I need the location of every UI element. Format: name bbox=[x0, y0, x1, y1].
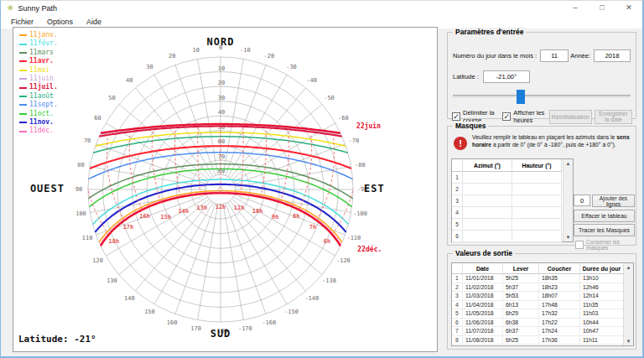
coucher-cell[interactable]: 17h48 bbox=[539, 301, 580, 310]
row-number[interactable]: 3 bbox=[452, 292, 463, 301]
hauteur-cell[interactable] bbox=[512, 219, 562, 231]
show-hours-checkbox[interactable]: ✓ bbox=[502, 112, 511, 121]
add-rows-count-input[interactable] bbox=[574, 195, 590, 206]
scroll-up-icon[interactable]: ▲ bbox=[564, 159, 573, 168]
coucher-cell[interactable]: 17h22 bbox=[539, 319, 580, 328]
duree-cell[interactable]: 10h47 bbox=[580, 327, 624, 336]
azimut-cell[interactable] bbox=[463, 172, 512, 184]
maximize-button[interactable]: □ bbox=[589, 1, 615, 15]
legend-item: 11juil. bbox=[19, 83, 58, 91]
coucher-cell[interactable]: 18h23 bbox=[539, 283, 580, 293]
duree-cell[interactable]: 11h11 bbox=[580, 336, 624, 345]
azimut-cell[interactable] bbox=[463, 207, 512, 219]
column-header[interactable]: Hauteur (°) bbox=[512, 159, 562, 172]
lever-cell[interactable]: 6h37 bbox=[503, 327, 539, 336]
group-title: Valeurs de sortie bbox=[453, 249, 515, 257]
duree-cell[interactable]: 10h44 bbox=[580, 319, 624, 328]
output-table[interactable]: DateLeverCoucherDurée du jour111/01/2018… bbox=[451, 262, 634, 346]
output-table-scrollbar[interactable]: ▲ ▼ bbox=[623, 263, 633, 345]
trace-masks-button[interactable]: Tracer les Masques bbox=[574, 224, 635, 236]
hauteur-cell[interactable] bbox=[512, 195, 562, 207]
latitude-caption: Latitude: -21° bbox=[18, 334, 96, 345]
row-number[interactable]: 3 bbox=[452, 195, 463, 207]
row-number[interactable]: 2 bbox=[452, 283, 463, 293]
row-number[interactable]: 6 bbox=[452, 319, 463, 328]
duree-cell[interactable]: 12h14 bbox=[580, 292, 624, 301]
date-cell[interactable]: 11/07/2018 bbox=[463, 327, 503, 336]
legend-label: 11oct. bbox=[29, 110, 54, 118]
hauteur-cell[interactable] bbox=[512, 231, 562, 242]
azimut-cell[interactable] bbox=[463, 195, 512, 207]
date-cell[interactable]: 11/06/2018 bbox=[463, 319, 503, 328]
svg-text:20: 20 bbox=[169, 53, 175, 60]
row-number[interactable]: 1 bbox=[452, 274, 463, 283]
column-header[interactable]: Azimut (°) bbox=[463, 159, 512, 172]
add-rows-button[interactable]: Ajouter des lignes bbox=[592, 195, 635, 207]
row-number[interactable]: 4 bbox=[452, 301, 463, 310]
row-number[interactable]: 2 bbox=[452, 184, 463, 195]
coucher-cell[interactable]: 18h35 bbox=[539, 274, 580, 283]
year-input[interactable] bbox=[594, 49, 631, 62]
lever-cell[interactable]: 6h25 bbox=[503, 336, 539, 345]
date-cell[interactable]: 11/05/2018 bbox=[463, 309, 503, 319]
azimut-cell[interactable] bbox=[463, 231, 512, 242]
row-number[interactable]: 4 bbox=[452, 207, 463, 219]
hauteur-cell[interactable] bbox=[512, 172, 562, 184]
duree-cell[interactable]: 12h46 bbox=[580, 283, 624, 293]
day-input[interactable] bbox=[540, 49, 569, 62]
date-cell[interactable]: 11/08/2018 bbox=[463, 336, 503, 345]
slider-handle[interactable] bbox=[517, 90, 525, 104]
lever-cell[interactable]: 5h37 bbox=[503, 283, 539, 293]
coucher-cell[interactable]: 17h32 bbox=[539, 309, 580, 319]
azimut-cell[interactable] bbox=[463, 219, 512, 231]
lever-cell[interactable]: 6h29 bbox=[503, 309, 539, 319]
date-cell[interactable]: 11/01/2018 bbox=[463, 274, 503, 283]
column-header[interactable]: Date bbox=[463, 263, 503, 274]
scroll-down-icon[interactable]: ▼ bbox=[624, 337, 633, 345]
column-header[interactable]: Coucher bbox=[539, 263, 580, 274]
clear-table-button[interactable]: Effacer le tableau bbox=[574, 210, 635, 222]
azimut-cell[interactable] bbox=[463, 184, 512, 195]
close-button[interactable]: ✕ bbox=[615, 1, 642, 15]
minimize-button[interactable]: – bbox=[562, 1, 589, 15]
coucher-cell[interactable]: 18h07 bbox=[539, 292, 580, 301]
lever-cell[interactable]: 5h25 bbox=[503, 274, 539, 283]
latitude-input[interactable] bbox=[483, 70, 530, 83]
svg-text:-170: -170 bbox=[238, 325, 252, 332]
column-header[interactable]: Lever bbox=[503, 263, 539, 274]
masks-table[interactable]: Azimut (°)Hauteur (°)123456 ▲ ▼ bbox=[451, 158, 574, 242]
save-date-button[interactable]: Enregistrer la date bbox=[595, 110, 632, 124]
row-number[interactable]: 8 bbox=[452, 336, 463, 345]
coucher-cell[interactable]: 17h24 bbox=[539, 327, 580, 336]
coucher-cell[interactable]: 17h36 bbox=[539, 336, 580, 345]
reset-button[interactable]: Réinitialisation bbox=[549, 110, 592, 124]
hauteur-cell[interactable] bbox=[512, 184, 562, 195]
delimit-checkbox[interactable]: ✓ bbox=[452, 112, 460, 121]
svg-text:-10: -10 bbox=[240, 47, 251, 54]
lever-cell[interactable]: 5h53 bbox=[503, 292, 539, 301]
corner-cell[interactable] bbox=[452, 263, 463, 274]
hauteur-cell[interactable] bbox=[512, 207, 562, 219]
date-cell[interactable]: 11/02/2018 bbox=[463, 283, 503, 293]
column-header[interactable]: Durée du jour bbox=[580, 263, 624, 274]
hour-line bbox=[198, 125, 200, 194]
row-number[interactable]: 7 bbox=[452, 327, 463, 336]
scroll-down-icon[interactable]: ▼ bbox=[564, 233, 573, 241]
masks-table-scrollbar[interactable]: ▲ ▼ bbox=[563, 159, 573, 241]
date-cell[interactable]: 11/04/2018 bbox=[463, 301, 503, 310]
row-number[interactable]: 5 bbox=[452, 309, 463, 319]
lever-cell[interactable]: 6h13 bbox=[503, 301, 539, 310]
row-number[interactable]: 5 bbox=[452, 219, 463, 231]
svg-text:-140: -140 bbox=[304, 295, 319, 302]
corner-cell[interactable] bbox=[452, 159, 463, 172]
keep-masks-checkbox[interactable]: ✓ bbox=[575, 241, 584, 249]
row-number[interactable]: 6 bbox=[452, 231, 463, 242]
lever-cell[interactable]: 6h38 bbox=[503, 319, 539, 328]
row-number[interactable]: 1 bbox=[452, 172, 463, 184]
date-cell[interactable]: 11/03/2018 bbox=[463, 292, 503, 301]
duree-cell[interactable]: 13h10 bbox=[580, 274, 624, 283]
duree-cell[interactable]: 11h03 bbox=[580, 309, 624, 319]
duree-cell[interactable]: 11h35 bbox=[580, 301, 624, 310]
latitude-slider[interactable] bbox=[453, 95, 631, 97]
scroll-up-icon[interactable]: ▲ bbox=[624, 263, 633, 272]
